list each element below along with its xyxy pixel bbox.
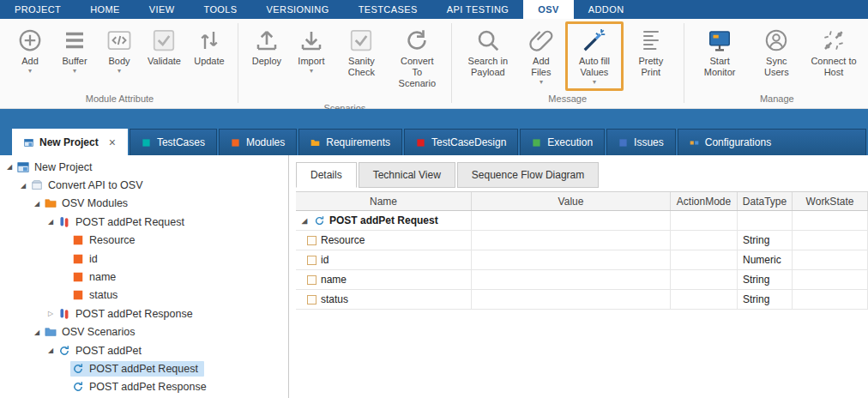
menu-item-view[interactable]: VIEW [135, 0, 190, 19]
expanded-arrow-icon[interactable]: ◢ [3, 163, 15, 171]
expanded-arrow-icon[interactable]: ◢ [31, 200, 43, 208]
buffer-icon [62, 27, 87, 53]
cell-name-text: status [321, 293, 348, 305]
menu-item-home[interactable]: HOME [75, 0, 135, 19]
table-row[interactable]: idNumeric [296, 250, 868, 270]
tab-strip-band: New Project×TestCasesModulesRequirements… [0, 109, 868, 155]
ribbon-group-label: Manage [686, 91, 868, 108]
table-row[interactable]: ResourceString [296, 231, 868, 250]
menu-item-osv[interactable]: OSV [523, 0, 573, 19]
expanded-arrow-icon[interactable]: ◢ [17, 182, 29, 190]
auto-fill-values-button[interactable]: Auto fill Values▾ [565, 21, 624, 91]
tree-item-status[interactable]: status [0, 286, 288, 305]
buffer-button[interactable]: Buffer▾ [53, 21, 96, 91]
column-header-value[interactable]: Value [472, 192, 671, 210]
tab-issues[interactable]: Issues [606, 129, 676, 155]
connect-icon [821, 27, 847, 53]
row-checkbox[interactable] [307, 256, 316, 265]
collapsed-arrow-icon[interactable]: ▷ [45, 310, 57, 317]
ribbon-group-manage: Start MonitorSync UsersConnect to HostMa… [686, 20, 868, 108]
expanded-arrow-icon[interactable]: ◢ [45, 218, 57, 226]
menubar: PROJECTHOMEVIEWTOOLSVERSIONINGTESTCASESA… [0, 0, 868, 19]
menu-item-project[interactable]: PROJECT [0, 0, 75, 19]
connect-to-host-button[interactable]: Connect to Host [805, 21, 863, 91]
tab-execution[interactable]: Execution [520, 129, 605, 155]
search-icon [475, 27, 501, 53]
table-row[interactable]: statusString [296, 290, 868, 310]
refresh-icon [72, 381, 84, 393]
menu-item-tools[interactable]: TOOLS [189, 0, 251, 19]
start-monitor-button[interactable]: Start Monitor [691, 21, 749, 91]
row-checkbox[interactable] [307, 295, 316, 305]
expanded-arrow-icon[interactable]: ◢ [31, 329, 43, 336]
tree-item-label: Convert API to OSV [48, 179, 142, 191]
tree-item-post-addpet-request[interactable]: POST addPet Request [0, 359, 288, 377]
folder-amber-icon [310, 138, 320, 148]
body-button[interactable]: Body▾ [98, 21, 141, 91]
ribbon-button-label: Start Monitor [696, 56, 744, 78]
orange-square-icon [72, 234, 84, 246]
tree-item-post-addpet-request[interactable]: ◢POST addPet Request [0, 213, 288, 231]
tree-item-name[interactable]: name [0, 268, 288, 286]
tab-label: New Project [39, 136, 99, 148]
tree-item-post-addpet-response[interactable]: ▷POST addPet Response [0, 305, 288, 323]
convert-to-scenario-button[interactable]: Convert To Scenario [390, 21, 444, 100]
tab-modules[interactable]: Modules [219, 129, 297, 155]
tab-configurations[interactable]: Configurations [678, 129, 866, 155]
tab-testcasedesign[interactable]: TestCaseDesign [404, 129, 518, 155]
row-checkbox[interactable] [307, 275, 316, 285]
tree-item-post-addpet-response[interactable]: POST addPet Response [0, 378, 288, 396]
tree-item-convert-api-to-osv[interactable]: ◢Convert API to OSV [0, 176, 288, 194]
add-files-button[interactable]: Add Files▾ [519, 21, 564, 91]
tree-item-post-addpet[interactable]: ◢POST addPet [0, 341, 288, 359]
pretty-print-button[interactable]: Pretty Print [625, 21, 677, 91]
menu-item-testcases[interactable]: TESTCASES [344, 0, 432, 19]
cell-name-text: POST addPet Request [329, 214, 438, 226]
update-button[interactable]: Update [188, 21, 231, 91]
detail-tab-details[interactable]: Details [296, 162, 357, 188]
menu-item-api-testing[interactable]: API TESTING [432, 0, 524, 19]
tab-label: Requirements [326, 136, 390, 148]
expanded-arrow-icon[interactable]: ◢ [45, 347, 57, 354]
add-button[interactable]: Add▾ [9, 21, 51, 91]
import-button[interactable]: Import▾ [290, 21, 333, 100]
search-in-payload-button[interactable]: Search in Payload [459, 21, 517, 91]
table-row[interactable]: nameString [296, 270, 868, 290]
column-header-name[interactable]: Name [296, 192, 472, 210]
detail-tab-sequence-flow-diagram[interactable]: Sequence Flow Diagram [457, 162, 599, 188]
ribbon-button-label: Convert To Scenario [395, 56, 439, 89]
tab-label: Issues [634, 136, 664, 148]
detail-tab-technical-view[interactable]: Technical View [359, 162, 455, 188]
add-circle-icon [17, 27, 43, 53]
deploy-button[interactable]: Deploy [245, 21, 288, 100]
tab-requirements[interactable]: Requirements [298, 129, 402, 155]
row-checkbox[interactable] [307, 236, 316, 245]
menu-item-addon[interactable]: ADDON [574, 0, 639, 19]
tab-new-project[interactable]: New Project× [12, 129, 128, 155]
tab-testcases[interactable]: TestCases [130, 129, 217, 155]
tree-item-osv-scenarios[interactable]: ◢OSV Scenarios [0, 323, 288, 341]
tree-item-osv-modules[interactable]: ◢OSV Modules [0, 195, 288, 213]
tree-item-id[interactable]: id [0, 250, 288, 268]
sanity-check-icon [348, 27, 374, 53]
expanded-arrow-icon[interactable]: ◢ [299, 217, 310, 225]
cell-actionmode [671, 211, 738, 230]
column-header-actionmode[interactable]: ActionMode [671, 192, 738, 210]
column-header-datatype[interactable]: DataType [738, 192, 793, 210]
close-tab-icon[interactable]: × [109, 136, 116, 148]
column-header-workstate[interactable]: WorkState [793, 192, 868, 210]
table-row[interactable]: ◢POST addPet Request [296, 211, 868, 231]
tree-item-resource[interactable]: Resource [0, 232, 288, 250]
tree-item-new-project[interactable]: ◢New Project [0, 158, 288, 176]
cell-workstate [793, 290, 868, 309]
tree-item-label: OSV Modules [62, 197, 128, 209]
menu-item-versioning[interactable]: VERSIONING [252, 0, 344, 19]
teal-square-icon [142, 138, 151, 148]
monitor-icon [707, 27, 732, 53]
sync-users-button[interactable]: Sync Users [750, 21, 803, 91]
wand-icon [582, 27, 607, 53]
sanity-check-button[interactable]: Sanity Check [335, 21, 389, 100]
sync-users-icon [763, 27, 789, 53]
ribbon-group-separator [684, 23, 684, 103]
validate-button[interactable]: Validate [142, 21, 186, 91]
